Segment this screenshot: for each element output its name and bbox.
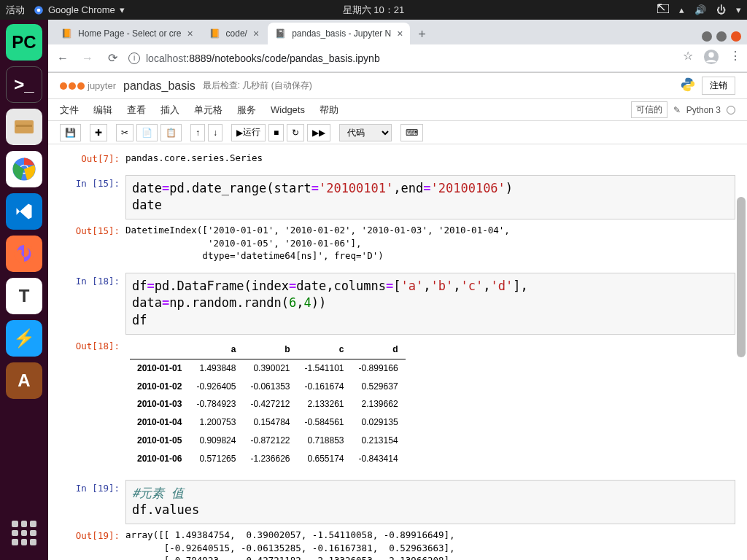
command-palette-button[interactable]: ⌨ (400, 124, 423, 141)
save-button[interactable]: 💾 (60, 124, 81, 141)
dock-files[interactable] (6, 109, 42, 145)
paste-button[interactable]: 📋 (160, 124, 182, 141)
jupyter-notebook: jupyter pandas_basis 最后检查: 几秒前 (自动保存) 注销… (48, 72, 747, 560)
run-button[interactable]: ▶ 运行 (231, 124, 266, 141)
site-info-icon[interactable]: i (128, 52, 140, 64)
window-close[interactable] (731, 31, 741, 42)
svg-point-10 (708, 52, 713, 57)
fastforward-button[interactable]: ▶▶ (307, 124, 330, 141)
menu-icon[interactable]: ⋮ (729, 49, 741, 68)
notebook-menubar: 文件 编辑 查看 插入 单元格 服务 Widgets 帮助 可信的 ✎ Pyth… (48, 99, 747, 121)
activities-label[interactable]: 活动 (6, 4, 25, 17)
code-cell[interactable]: df=pd.DataFrame(index=date,columns=['a',… (125, 273, 735, 335)
menu-cell[interactable]: 单元格 (194, 104, 222, 117)
url-input[interactable]: i localhost:8889/notebooks/code/pandas_b… (128, 52, 676, 64)
svg-rect-4 (16, 125, 32, 127)
notebook-icon: 📓 (275, 28, 286, 39)
reload-button[interactable]: ⟳ (104, 50, 121, 67)
restart-button[interactable]: ↻ (287, 124, 304, 141)
jupyter-icon: 📙 (209, 28, 220, 39)
chrome-window: 📙 Home Page - Select or cre × 📙 code/ × … (48, 20, 747, 560)
dock-show-apps[interactable] (6, 515, 42, 551)
notebook-header: jupyter pandas_basis 最后检查: 几秒前 (自动保存) 注销 (48, 73, 747, 99)
logout-button[interactable]: 注销 (702, 77, 735, 95)
output-prompt: Out[19]: (60, 527, 125, 560)
active-app-menu[interactable]: Google Chrome ▾ (34, 4, 125, 15)
tab-home[interactable]: 📙 Home Page - Select or cre × (54, 23, 201, 44)
keyboard-icon[interactable] (657, 4, 669, 15)
output-prompt: Out[15]: (60, 222, 125, 264)
system-topbar: 活动 Google Chrome ▾ 星期六 10：21 ▴ 🔊 ⏻ ▾ (0, 0, 747, 20)
dock-chrome[interactable] (6, 151, 42, 187)
browser-tabbar: 📙 Home Page - Select or cre × 📙 code/ × … (48, 20, 747, 44)
celltype-select[interactable]: 代码 (339, 124, 392, 141)
input-prompt: In [19]: (60, 480, 125, 525)
close-icon[interactable]: × (187, 28, 193, 39)
close-icon[interactable]: × (397, 28, 403, 39)
window-maximize[interactable] (716, 31, 727, 42)
close-icon[interactable]: × (253, 28, 259, 39)
output-text: array([[ 1.49384754, 0.39002057, -1.5411… (125, 527, 735, 560)
python-icon (680, 77, 696, 96)
dataframe-output: abcd2010-01-011.4938480.390021-1.541101-… (125, 338, 735, 471)
svg-point-1 (37, 8, 41, 12)
dock-pycharm[interactable]: PC (6, 24, 42, 61)
output-text: DatetimeIndex(['2010-01-01', '2010-01-02… (125, 222, 735, 264)
stop-button[interactable]: ■ (268, 124, 284, 141)
output-prompt: Out[18]: (60, 338, 125, 471)
checkpoint-status: 最后检查: 几秒前 (自动保存) (203, 79, 312, 92)
browser-addressbar: ← → ⟳ i localhost:8889/notebooks/code/pa… (48, 44, 747, 72)
tab-notebook[interactable]: 📓 pandas_basis - Jupyter N × (268, 23, 410, 44)
output-prompt: Out[7]: (60, 150, 125, 166)
menu-file[interactable]: 文件 (60, 104, 79, 117)
dock-app-1[interactable]: ⚡ (6, 320, 42, 357)
jupyter-logo[interactable]: jupyter (60, 80, 116, 91)
notebook-name[interactable]: pandas_basis (123, 79, 196, 93)
code-cell[interactable]: date=pd.date_range(start='20100101',end=… (125, 175, 735, 220)
kernel-name[interactable]: Python 3 (686, 105, 721, 115)
jupyter-icon: 📙 (61, 28, 72, 39)
power-icon[interactable]: ⏻ (716, 4, 726, 15)
input-prompt: In [18]: (60, 273, 125, 335)
edit-icon[interactable]: ✎ (673, 105, 681, 115)
forward-button[interactable]: → (79, 50, 96, 67)
menu-widgets[interactable]: Widgets (271, 104, 305, 115)
back-button[interactable]: ← (54, 50, 71, 67)
move-down-button[interactable]: ↓ (208, 124, 222, 141)
input-prompt: In [15]: (60, 175, 125, 220)
network-icon[interactable]: ▴ (679, 4, 684, 15)
menu-help[interactable]: 帮助 (320, 104, 338, 117)
add-cell-button[interactable]: ✚ (90, 124, 107, 141)
window-minimize[interactable] (702, 31, 712, 42)
tab-code[interactable]: 📙 code/ × (202, 23, 267, 44)
chevron-down-icon[interactable]: ▾ (736, 4, 741, 15)
dock-terminal[interactable]: >_ (6, 66, 42, 103)
system-clock[interactable]: 星期六 10：21 (343, 4, 405, 17)
menu-view[interactable]: 查看 (127, 104, 146, 117)
copy-button[interactable]: 📄 (136, 124, 158, 141)
dock-firefox[interactable] (6, 236, 42, 272)
dock-vscode[interactable] (6, 193, 42, 230)
profile-icon[interactable] (703, 49, 719, 68)
trusted-label[interactable]: 可信的 (631, 101, 667, 118)
output-text: pandas.core.series.Series (125, 150, 735, 166)
cut-button[interactable]: ✂ (116, 124, 133, 141)
dock-text-editor[interactable]: T (6, 278, 42, 314)
launcher-dock: PC >_ T ⚡ A (0, 20, 48, 560)
menu-edit[interactable]: 编辑 (93, 104, 112, 117)
scrollbar-thumb[interactable] (737, 197, 746, 357)
menu-kernel[interactable]: 服务 (237, 104, 256, 117)
chevron-down-icon: ▾ (120, 4, 125, 15)
svg-rect-2 (657, 4, 669, 13)
star-icon[interactable]: ☆ (683, 49, 693, 68)
notebook-toolbar: 💾 ✚ ✂ 📄 📋 ↑ ↓ ▶ 运行 ■ ↻ ▶▶ 代码 ⌨ (48, 121, 747, 144)
new-tab-button[interactable]: + (411, 24, 432, 44)
menu-insert[interactable]: 插入 (160, 104, 179, 117)
kernel-indicator-icon (727, 106, 735, 114)
chrome-icon (34, 5, 44, 15)
dock-software-updater[interactable]: A (6, 362, 42, 399)
volume-icon[interactable]: 🔊 (694, 4, 706, 15)
code-cell[interactable]: #元素 值 df.values (125, 480, 735, 525)
move-up-button[interactable]: ↑ (190, 124, 205, 141)
